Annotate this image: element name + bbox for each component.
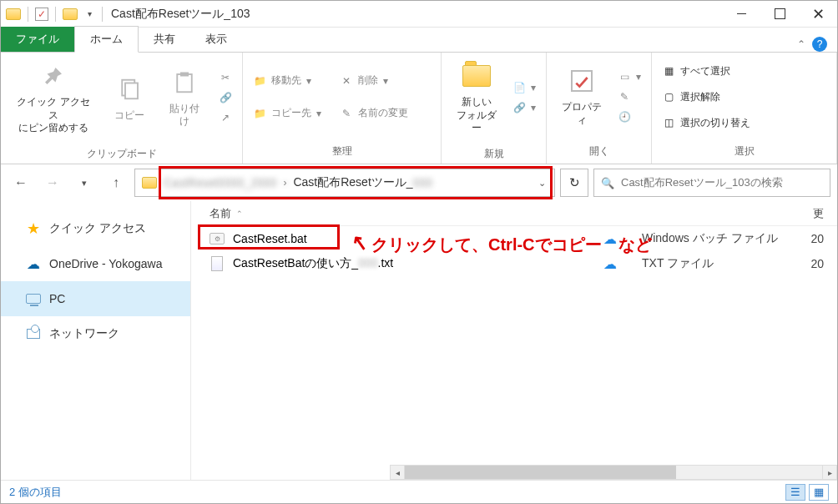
up-button[interactable]: ↑: [103, 169, 129, 196]
search-box[interactable]: 🔍 Cast配布Resetツール_103の検索: [593, 169, 830, 197]
nav-pc[interactable]: PC: [1, 281, 190, 316]
forward-button[interactable]: →: [39, 169, 66, 196]
minimize-button[interactable]: [722, 1, 760, 28]
svg-rect-3: [180, 72, 189, 76]
horizontal-scrollbar[interactable]: ◂ ▸: [390, 465, 837, 480]
bat-file-icon: ⚙: [210, 231, 225, 246]
rename-icon: ✎: [340, 107, 353, 120]
separator: [55, 7, 56, 22]
group-select: ▦すべて選択 ▢選択解除 ◫選択の切り替え 選択: [652, 53, 837, 164]
svg-rect-4: [572, 71, 592, 91]
annotation-arrow-icon: ↖: [350, 229, 371, 255]
edit-icon: ✎: [618, 90, 631, 103]
breadcrumb-item[interactable]: Cast配布Resetツール_000: [293, 175, 432, 190]
quick-access-toolbar: ✓ ▾: [1, 7, 108, 22]
scroll-thumb[interactable]: [405, 466, 676, 479]
tab-file[interactable]: ファイル: [1, 27, 74, 52]
cloud-status-icon: ☁: [603, 256, 642, 272]
invert-selection-button[interactable]: ◫選択の切り替え: [659, 114, 754, 132]
copy-icon: [114, 74, 144, 104]
column-header-meta[interactable]: 更: [642, 201, 837, 226]
group-open: プロパティ ▭▾ ✎ 🕘 開く: [547, 53, 652, 164]
new-folder-button[interactable]: 新しい フォルダー: [448, 58, 504, 139]
pin-icon: [38, 61, 68, 91]
rename-button[interactable]: ✎名前の変更: [336, 104, 411, 122]
breadcrumb-item[interactable]: CastReset0000_2000›: [164, 176, 293, 189]
copyto-icon: 📁: [253, 107, 266, 120]
recent-locations-button[interactable]: ▾: [71, 169, 98, 196]
pin-to-quick-access-button[interactable]: クイック アクセス にピン留めする: [8, 58, 99, 139]
view-details-button[interactable]: ☰: [785, 484, 805, 501]
group-label: 新規: [442, 144, 546, 166]
address-bar[interactable]: CastReset0000_2000› Cast配布Resetツール_000 ⌄: [134, 169, 555, 197]
file-name: CastReset.bat: [233, 232, 307, 245]
select-all-button[interactable]: ▦すべて選択: [659, 63, 754, 80]
copy-button[interactable]: コピー: [104, 71, 154, 126]
group-label: 開く: [547, 141, 651, 164]
maximize-button[interactable]: [760, 1, 799, 28]
paste-button[interactable]: 貼り付け: [159, 64, 210, 132]
open-button[interactable]: ▭▾: [614, 68, 644, 85]
copy-to-button[interactable]: 📁コピー先 ▾: [250, 104, 325, 122]
qat-checkbox-icon[interactable]: ✓: [35, 8, 48, 21]
address-dropdown-icon[interactable]: ⌄: [530, 178, 554, 189]
scissors-icon: ✂: [219, 71, 232, 84]
history-button[interactable]: 🕘: [614, 108, 644, 125]
file-meta-row: Windows バッチ ファイル 20: [642, 226, 837, 251]
new-item-icon: 📄: [512, 81, 526, 94]
delete-icon: ✕: [340, 74, 353, 88]
folder-icon: [142, 177, 157, 189]
separator: [28, 7, 28, 22]
tab-view[interactable]: 表示: [190, 27, 242, 52]
view-large-icons-button[interactable]: ▦: [809, 484, 829, 501]
ribbon-tabs: ファイル ホーム 共有 表示 ⌃ ?: [1, 28, 837, 53]
column-header-name[interactable]: 名前 ⌃: [199, 201, 642, 226]
folder-icon[interactable]: [63, 8, 78, 20]
svg-rect-2: [178, 74, 193, 92]
qat-dropdown-icon[interactable]: ▾: [84, 9, 95, 18]
sort-indicator-icon: ⌃: [231, 209, 243, 218]
tab-home[interactable]: ホーム: [74, 26, 139, 53]
group-clipboard: クイック アクセス にピン留めする コピー 貼り付け ✂ 🔗 ↗ クリップボード: [1, 53, 243, 164]
new-folder-icon: [462, 61, 492, 91]
easy-access-icon: 🔗: [512, 101, 526, 114]
refresh-button[interactable]: ↻: [560, 169, 588, 197]
group-label: 整理: [243, 141, 441, 164]
moveto-icon: 📁: [253, 74, 266, 88]
help-icon[interactable]: ?: [812, 37, 827, 52]
paste-shortcut-button[interactable]: ↗: [215, 109, 235, 126]
tab-share[interactable]: 共有: [139, 27, 190, 52]
cut-button[interactable]: ✂: [215, 69, 235, 86]
window-buttons: ✕: [722, 1, 837, 28]
collapse-ribbon-icon[interactable]: ⌃: [797, 38, 805, 50]
delete-button[interactable]: ✕削除 ▾: [336, 72, 411, 89]
select-none-icon: ▢: [662, 90, 675, 103]
close-button[interactable]: ✕: [799, 1, 837, 28]
scroll-right-button[interactable]: ▸: [822, 465, 837, 480]
scroll-left-button[interactable]: ◂: [390, 465, 405, 480]
easy-access-button[interactable]: 🔗▾: [509, 99, 539, 116]
edit-button[interactable]: ✎: [614, 88, 644, 105]
nav-pane: ★クイック アクセス ☁OneDrive - Yokogawa PC ネットワー…: [1, 201, 191, 480]
ribbon: クイック アクセス にピン留めする コピー 貼り付け ✂ 🔗 ↗ クリップボード…: [1, 53, 837, 164]
file-meta-row: TXT ファイル 20: [642, 251, 837, 276]
network-icon: [26, 326, 41, 341]
move-to-button[interactable]: 📁移動先 ▾: [250, 72, 325, 89]
properties-button[interactable]: プロパティ: [553, 63, 609, 130]
nav-onedrive[interactable]: ☁OneDrive - Yokogawa: [1, 246, 190, 281]
scroll-track[interactable]: [405, 465, 822, 480]
window-title: Cast配布Resetツール_103: [108, 7, 250, 22]
nav-quick-access[interactable]: ★クイック アクセス: [1, 211, 190, 246]
copy-path-button[interactable]: 🔗: [215, 89, 235, 106]
status-text: 2 個の項目: [9, 485, 62, 500]
new-item-button[interactable]: 📄▾: [509, 79, 539, 96]
nav-network[interactable]: ネットワーク: [1, 316, 190, 351]
search-placeholder: Cast配布Resetツール_103の検索: [621, 175, 783, 190]
properties-icon: [567, 66, 597, 96]
cloud-icon: ☁: [26, 256, 41, 271]
nav-row: ← → ▾ ↑ CastReset0000_2000› Cast配布Resetツ…: [1, 164, 837, 201]
history-icon: 🕘: [618, 110, 631, 123]
status-bar: 2 個の項目 ☰ ▦: [1, 480, 837, 503]
select-none-button[interactable]: ▢選択解除: [659, 88, 754, 106]
back-button[interactable]: ←: [8, 169, 34, 196]
